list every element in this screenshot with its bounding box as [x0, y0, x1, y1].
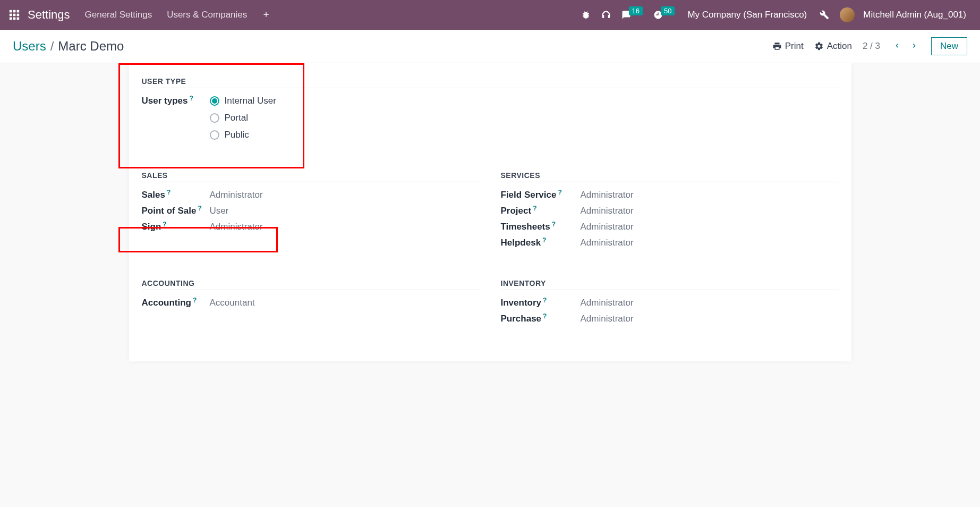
value-sales[interactable]: Administrator	[210, 190, 480, 200]
label-pos: Point of Sale?	[142, 206, 210, 216]
print-icon	[772, 41, 782, 51]
tools-icon[interactable]	[820, 10, 829, 20]
radio-portal[interactable]: Portal	[210, 113, 276, 123]
pager-next[interactable]	[908, 39, 921, 54]
messages-icon[interactable]: 16	[621, 10, 643, 20]
svg-rect-3	[10, 14, 12, 16]
control-panel: Users / Marc Demo Print Action 2 / 3 New	[0, 30, 980, 63]
value-purchase[interactable]: Administrator	[581, 314, 839, 324]
radio-circle	[210, 113, 219, 123]
chevron-right-icon	[910, 41, 918, 50]
activities-icon[interactable]: 50	[653, 10, 675, 20]
user-types-radio-group: Internal User Portal Public	[210, 96, 276, 140]
label-project: Project?	[501, 206, 581, 216]
help-icon[interactable]: ?	[552, 221, 556, 228]
radio-internal-user[interactable]: Internal User	[210, 96, 276, 106]
help-icon[interactable]: ?	[189, 95, 193, 102]
label-accounting: Accounting?	[142, 298, 210, 308]
support-icon[interactable]	[601, 10, 611, 20]
value-accounting[interactable]: Accountant	[210, 298, 480, 308]
label-field-service: Field Service?	[501, 190, 581, 200]
value-timesheets[interactable]: Administrator	[581, 222, 839, 232]
label-sales: Sales?	[142, 190, 210, 200]
messages-badge: 16	[629, 6, 643, 15]
help-icon[interactable]: ?	[163, 221, 166, 228]
value-project[interactable]: Administrator	[581, 206, 839, 216]
avatar	[840, 7, 855, 22]
svg-rect-8	[17, 18, 20, 20]
apps-icon[interactable]	[8, 9, 20, 21]
value-sign[interactable]: Administrator	[210, 222, 480, 232]
help-icon[interactable]: ?	[193, 297, 197, 304]
help-icon[interactable]: ?	[543, 312, 547, 320]
breadcrumb-current: Marc Demo	[58, 39, 124, 54]
label-purchase: Purchase?	[501, 314, 581, 324]
help-icon[interactable]: ?	[543, 297, 547, 304]
gear-icon	[814, 41, 824, 51]
label-inventory: Inventory?	[501, 298, 581, 308]
label-user-types: User types ?	[142, 96, 210, 106]
label-helpdesk: Helpdesk?	[501, 238, 581, 248]
help-icon[interactable]: ?	[542, 236, 546, 244]
pager-prev[interactable]	[891, 39, 904, 54]
section-title-sales: SALES	[142, 171, 480, 182]
form-scroll[interactable]: USER TYPE User types ? Internal User Por…	[0, 63, 980, 505]
print-button[interactable]: Print	[772, 41, 804, 52]
label-sign: Sign?	[142, 222, 210, 232]
print-label: Print	[785, 41, 804, 52]
svg-rect-1	[13, 10, 16, 13]
activities-badge: 50	[661, 6, 675, 15]
radio-public[interactable]: Public	[210, 130, 276, 140]
help-icon[interactable]: ?	[167, 189, 171, 196]
chevron-left-icon	[893, 41, 901, 50]
help-icon[interactable]: ?	[533, 205, 536, 212]
radio-circle	[210, 130, 219, 140]
section-title-services: SERVICES	[501, 171, 839, 182]
username: Mitchell Admin (Aug_001)	[863, 10, 966, 20]
help-icon[interactable]: ?	[198, 205, 201, 212]
svg-rect-5	[17, 14, 20, 16]
value-inventory[interactable]: Administrator	[581, 298, 839, 308]
value-field-service[interactable]: Administrator	[581, 190, 839, 200]
action-label: Action	[827, 41, 852, 52]
new-button[interactable]: New	[931, 37, 967, 55]
menu-general-settings[interactable]: General Settings	[85, 10, 152, 20]
menu-users-companies[interactable]: Users & Companies	[167, 10, 247, 20]
svg-rect-7	[13, 18, 16, 20]
debug-icon[interactable]	[581, 10, 591, 20]
company-switcher[interactable]: My Company (San Francisco)	[687, 10, 807, 20]
label-timesheets: Timesheets?	[501, 222, 581, 232]
section-title-inventory: INVENTORY	[501, 279, 839, 290]
value-pos[interactable]: User	[210, 206, 480, 216]
value-helpdesk[interactable]: Administrator	[581, 238, 839, 248]
svg-rect-2	[17, 10, 20, 13]
breadcrumb: Users / Marc Demo	[13, 39, 124, 54]
svg-rect-0	[10, 10, 12, 13]
svg-rect-6	[10, 18, 12, 20]
top-navbar: Settings General Settings Users & Compan…	[0, 0, 980, 30]
user-menu[interactable]: Mitchell Admin (Aug_001)	[840, 7, 966, 22]
radio-circle-checked	[210, 96, 219, 106]
svg-rect-4	[13, 14, 16, 16]
action-button[interactable]: Action	[814, 41, 852, 52]
pager-count: 2 / 3	[863, 41, 880, 52]
section-title-user-type: USER TYPE	[142, 77, 839, 88]
new-menu-icon[interactable]	[262, 9, 270, 21]
app-title: Settings	[28, 8, 70, 22]
breadcrumb-separator: /	[50, 39, 54, 54]
form-sheet: USER TYPE User types ? Internal User Por…	[129, 63, 851, 361]
help-icon[interactable]: ?	[558, 189, 561, 196]
breadcrumb-users[interactable]: Users	[13, 39, 46, 54]
section-title-accounting: ACCOUNTING	[142, 279, 480, 290]
